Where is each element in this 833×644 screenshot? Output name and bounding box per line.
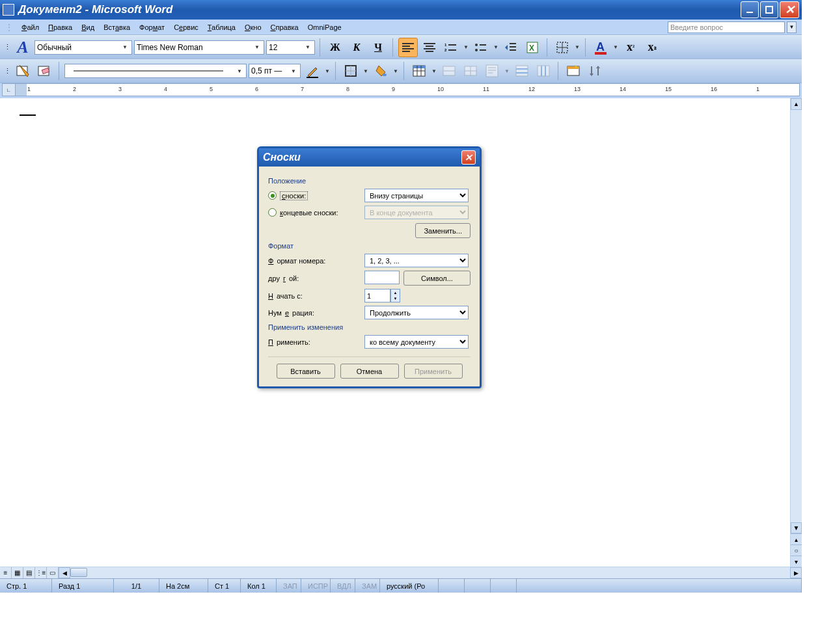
subscript-button[interactable]: x₂	[642, 38, 662, 57]
align-left-button[interactable]	[398, 38, 418, 57]
scroll-left-button[interactable]: ◀	[59, 567, 70, 578]
start-at-spinner[interactable]: ▲▼	[364, 289, 400, 302]
bullet-list-button[interactable]	[471, 38, 491, 57]
numbered-list-button[interactable]: 12	[441, 38, 461, 57]
apply-button[interactable]: Применить	[404, 364, 463, 379]
object-browse-down-button[interactable]: ▾	[791, 556, 802, 567]
font-size-combo[interactable]: 12▼	[266, 40, 315, 55]
insert-button[interactable]: Вставить	[277, 364, 335, 379]
menu-format[interactable]: Формат	[135, 22, 169, 33]
grip-icon: ⋮	[4, 67, 11, 75]
dropdown-arrow-icon[interactable]: ▼	[362, 68, 369, 74]
autoformat-button[interactable]	[564, 61, 583, 81]
shading-color-button[interactable]	[371, 61, 390, 81]
status-ovr[interactable]: ЗАМ	[355, 579, 380, 593]
distribute-rows-button[interactable]	[512, 61, 532, 81]
menu-view[interactable]: Вид	[77, 22, 99, 33]
vertical-scrollbar[interactable]: ▲ ▼ ▴ ○ ▾	[790, 98, 802, 567]
tab-selector[interactable]: ∟	[3, 84, 16, 96]
eraser-button[interactable]	[34, 61, 54, 81]
horizontal-ruler[interactable]: ∟ 123456789101112131415161	[2, 83, 800, 96]
italic-button[interactable]: К	[347, 38, 366, 57]
insert-table-button[interactable]	[409, 61, 429, 81]
decrease-indent-button[interactable]	[501, 38, 521, 57]
dialog-title-bar[interactable]: Сноски ✕	[259, 148, 480, 167]
menu-edit[interactable]: Правка	[44, 22, 77, 33]
ruler-number: 1	[27, 86, 31, 92]
scroll-down-button[interactable]: ▼	[791, 522, 802, 533]
dialog-close-button[interactable]: ✕	[461, 150, 476, 165]
styles-icon[interactable]: A	[13, 38, 33, 57]
status-ext[interactable]: ВДЛ	[331, 579, 355, 593]
ruler-number: 1	[756, 86, 759, 92]
numbering-select[interactable]: Продолжить	[364, 306, 469, 319]
symbol-button[interactable]: Символ...	[403, 271, 471, 286]
minimize-button[interactable]	[741, 1, 759, 18]
format-group-label: Формат	[268, 242, 471, 250]
line-style-combo[interactable]: ▼	[64, 64, 247, 78]
outline-view-button[interactable]: ⋮≡	[35, 567, 47, 578]
align-center-button[interactable]	[420, 38, 439, 57]
distribute-cols-button[interactable]	[534, 61, 553, 81]
excel-icon[interactable]: X	[523, 38, 542, 57]
print-layout-button[interactable]: ▤	[23, 567, 35, 578]
borders-button[interactable]	[553, 38, 572, 57]
menu-file[interactable]: Файл	[17, 22, 44, 33]
help-dropdown[interactable]: ▼	[787, 21, 797, 33]
menu-window[interactable]: Окно	[240, 22, 266, 33]
number-format-select[interactable]: 1, 2, 3, ...	[364, 254, 469, 267]
font-combo[interactable]: Times New Roman▼	[134, 40, 264, 55]
web-layout-button[interactable]: ▦	[12, 567, 23, 578]
apply-to-select[interactable]: ко всему документу	[364, 335, 469, 349]
start-at-input[interactable]	[364, 289, 390, 302]
reading-layout-button[interactable]: ▭	[47, 567, 59, 578]
sort-button[interactable]	[585, 61, 605, 81]
dropdown-arrow-icon[interactable]: ▼	[574, 44, 580, 50]
dropdown-arrow-icon[interactable]: ▼	[493, 44, 499, 50]
footnotes-radio[interactable]: сноски:	[268, 191, 364, 200]
menu-table[interactable]: Таблица	[203, 22, 240, 33]
dropdown-arrow-icon[interactable]: ▼	[431, 68, 437, 74]
status-language[interactable]: русский (Ро	[380, 579, 439, 593]
scroll-thumb[interactable]	[70, 568, 87, 577]
replace-button[interactable]: Заменить...	[415, 223, 471, 238]
dropdown-arrow-icon[interactable]: ▼	[612, 44, 619, 50]
select-browse-object-button[interactable]: ○	[791, 544, 802, 556]
maximize-button[interactable]	[760, 1, 778, 18]
menu-omnipage[interactable]: OmniPage	[303, 22, 346, 33]
spin-down-button[interactable]: ▼	[391, 296, 400, 302]
outside-border-button[interactable]	[341, 61, 361, 81]
scroll-up-button[interactable]: ▲	[791, 98, 802, 110]
endnotes-radio[interactable]: концевые сноски:	[268, 208, 364, 217]
dropdown-arrow-icon[interactable]: ▼	[324, 68, 331, 74]
style-combo[interactable]: Обычный▼	[34, 40, 132, 55]
underline-button[interactable]: Ч	[368, 38, 388, 57]
line-weight-combo[interactable]: 0,5 пт —▼	[249, 64, 301, 78]
font-color-button[interactable]: A	[591, 38, 610, 57]
close-button[interactable]: ✕	[780, 1, 799, 18]
align-cells-button[interactable]	[482, 61, 502, 81]
bold-button[interactable]: Ж	[325, 38, 345, 57]
object-browse-up-button[interactable]: ▴	[791, 533, 802, 544]
help-search-input[interactable]	[668, 21, 785, 33]
status-rec[interactable]: ЗАП	[277, 579, 301, 593]
split-cells-button[interactable]	[461, 61, 480, 81]
menu-help[interactable]: Справка	[266, 22, 303, 33]
spin-up-button[interactable]: ▲	[391, 289, 400, 296]
status-trk[interactable]: ИСПР	[301, 579, 331, 593]
dropdown-arrow-icon[interactable]: ▼	[392, 68, 399, 74]
superscript-button[interactable]: x²	[621, 38, 640, 57]
menu-tools[interactable]: Сервис	[169, 22, 203, 33]
custom-mark-input[interactable]	[364, 271, 400, 284]
merge-cells-button[interactable]	[439, 61, 459, 81]
border-color-button[interactable]	[303, 61, 322, 81]
scroll-right-button[interactable]: ▶	[790, 567, 802, 578]
dropdown-arrow-icon[interactable]: ▼	[504, 68, 510, 74]
dropdown-arrow-icon[interactable]: ▼	[463, 44, 469, 50]
cancel-button[interactable]: Отмена	[340, 364, 399, 379]
horizontal-scrollbar[interactable]: ◀ ▶	[59, 567, 802, 578]
menu-insert[interactable]: Вставка	[99, 22, 135, 33]
draw-table-button[interactable]	[13, 61, 33, 81]
footnotes-location-select[interactable]: Внизу страницы	[364, 189, 469, 202]
normal-view-button[interactable]: ≡	[0, 567, 12, 578]
